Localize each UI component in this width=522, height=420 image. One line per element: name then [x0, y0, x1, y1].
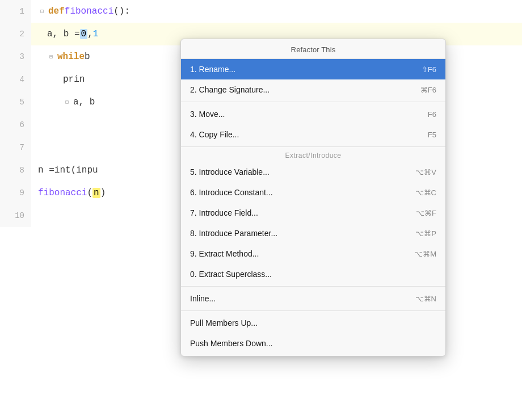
menu-item-rename-label: 1. Rename... [190, 65, 408, 74]
menu-shortcut-extract-method: ⌥⌘M [414, 250, 436, 258]
fold-icon-5[interactable]: ⊟ [63, 98, 71, 106]
menu-item-intro-param[interactable]: 8. Introduce Parameter... ⌥⌘P [181, 223, 445, 243]
menu-separator-4 [181, 310, 445, 311]
menu-item-inline[interactable]: Inline... ⌥⌘N [181, 288, 445, 309]
menu-item-move-label: 3. Move... [190, 110, 414, 119]
menu-item-inline-label: Inline... [190, 294, 402, 303]
menu-shortcut-intro-param: ⌥⌘P [415, 229, 436, 238]
menu-shortcut-move: F6 [428, 110, 436, 119]
menu-item-intro-var-label: 5. Introduce Variable... [190, 167, 402, 177]
line-number-4: 4 [0, 68, 31, 91]
menu-separator-1 [181, 102, 445, 102]
menu-item-extract-method-label: 9. Extract Method... [190, 249, 401, 258]
line-number-6: 6 [0, 114, 31, 136]
line-number-7: 7 [0, 136, 31, 159]
menu-separator-2 [181, 146, 445, 147]
menu-item-intro-field[interactable]: 7. Introduce Field... ⌥⌘F [181, 203, 445, 223]
menu-item-intro-const[interactable]: 6. Introduce Constant... ⌥⌘C [181, 182, 445, 203]
menu-item-extract-super[interactable]: 0. Extract Superclass... [181, 264, 445, 284]
menu-shortcut-rename: ⇧F6 [422, 65, 436, 74]
line-number-8: 8 [0, 159, 31, 182]
menu-item-intro-var[interactable]: 5. Introduce Variable... ⌥⌘V [181, 162, 445, 182]
menu-item-extract-method[interactable]: 9. Extract Method... ⌥⌘M [181, 243, 445, 264]
menu-item-intro-const-label: 6. Introduce Constant... [190, 188, 402, 197]
menu-item-copy-file[interactable]: 4. Copy File... F5 [181, 124, 445, 145]
menu-title: Refactor This [181, 41, 445, 59]
refactor-context-menu: Refactor This 1. Rename... ⇧F6 2. Change… [180, 39, 446, 356]
menu-item-intro-field-label: 7. Introduce Field... [190, 208, 402, 217]
fold-icon-3[interactable]: ⊟ [47, 53, 55, 61]
menu-shortcut-intro-var: ⌥⌘V [415, 168, 436, 177]
menu-item-push-down[interactable]: Push Members Down... [181, 333, 445, 354]
extract-introduce-header: Extract/Introduce [181, 149, 445, 162]
line-number-3: 3 [0, 45, 31, 68]
code-line-1: 1 ⊟ def fibonacci(): [0, 0, 522, 23]
menu-shortcut-intro-const: ⌥⌘C [415, 188, 436, 197]
code-editor: 1 ⊟ def fibonacci(): 2 a, b = 0, 1 3 ⊟ w… [0, 0, 522, 420]
line-number-5: 5 [0, 91, 31, 114]
menu-shortcut-intro-field: ⌥⌘F [416, 209, 436, 217]
menu-item-change-sig[interactable]: 2. Change Signature... ⌘F6 [181, 79, 445, 100]
menu-shortcut-copy-file: F5 [428, 131, 436, 139]
menu-item-rename[interactable]: 1. Rename... ⇧F6 [181, 59, 445, 79]
menu-item-move[interactable]: 3. Move... F6 [181, 104, 445, 124]
line-number-1: 1 [0, 0, 31, 23]
menu-item-pull-up-label: Pull Members Up... [190, 318, 436, 327]
line-content-1: ⊟ def fibonacci(): [31, 0, 522, 23]
menu-separator-3 [181, 286, 445, 287]
line-number-10: 10 [0, 204, 31, 227]
menu-shortcut-inline: ⌥⌘N [415, 295, 436, 303]
line-number-9: 9 [0, 182, 31, 204]
menu-item-intro-param-label: 8. Introduce Parameter... [190, 229, 402, 238]
line-number-2: 2 [0, 23, 31, 45]
menu-item-copy-file-label: 4. Copy File... [190, 130, 414, 139]
menu-item-pull-up[interactable]: Pull Members Up... [181, 313, 445, 333]
menu-item-change-sig-label: 2. Change Signature... [190, 85, 407, 94]
menu-item-extract-super-label: 0. Extract Superclass... [190, 270, 423, 279]
fold-icon-1[interactable]: ⊟ [38, 7, 46, 15]
menu-shortcut-change-sig: ⌘F6 [420, 86, 436, 94]
menu-item-push-down-label: Push Members Down... [190, 339, 436, 348]
